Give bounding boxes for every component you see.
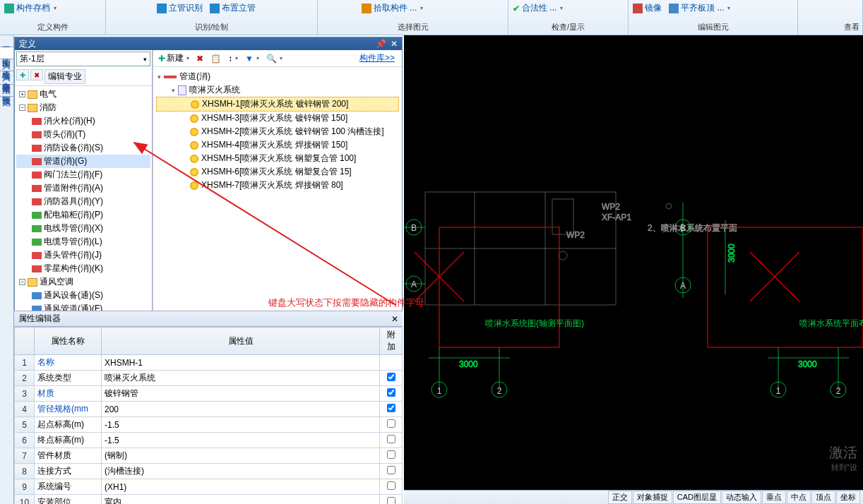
- extra-checkbox[interactable]: [387, 466, 395, 474]
- property-row[interactable]: 10安装部位室内: [15, 495, 403, 505]
- tree-item[interactable]: 配电箱柜(消)(P): [16, 208, 150, 222]
- tab-batch-method[interactable]: 集中套用做法: [0, 71, 13, 85]
- extra-checkbox[interactable]: [387, 481, 395, 490]
- tree-item[interactable]: 消火栓(消)(H): [16, 114, 150, 128]
- extra-checkbox[interactable]: [387, 450, 395, 459]
- component-tree[interactable]: ▾管道(消)▾喷淋灭火系统XHSMH-1[喷淋灭火系统 镀锌钢管 200]XHS…: [153, 67, 402, 311]
- prop-value[interactable]: -1.5: [102, 417, 380, 433]
- tree-item[interactable]: 电缆导管(消)(L): [16, 235, 150, 248]
- tree-item[interactable]: 零星构件(消)(K): [16, 262, 150, 275]
- prop-value[interactable]: 室内: [102, 495, 380, 505]
- close-icon[interactable]: ✕: [391, 39, 398, 49]
- category-tree[interactable]: +电气−消防消火栓(消)(H)喷头(消)(T)消防设备(消)(S)管道(消)(G…: [15, 86, 152, 311]
- component-item[interactable]: XHSMH-5[喷淋灭火系统 钢塑复合管 100]: [156, 152, 399, 165]
- property-row[interactable]: 7管件材质(钢制): [15, 448, 403, 464]
- component-item[interactable]: XHSMH-3[喷淋灭火系统 镀锌钢管 150]: [156, 112, 399, 125]
- extra-checkbox[interactable]: [387, 373, 395, 381]
- status-mid[interactable]: 中点: [787, 491, 811, 504]
- extra-checkbox[interactable]: [387, 404, 395, 412]
- row-number: 4: [15, 402, 35, 417]
- add-button[interactable]: ✚: [16, 69, 29, 80]
- riser-recognize-button[interactable]: 立管识别: [155, 1, 204, 15]
- prop-value[interactable]: 喷淋灭火系统: [102, 371, 380, 386]
- component-item[interactable]: XHSMH-1[喷淋灭火系统 镀锌钢管 200]: [156, 97, 399, 112]
- close-icon[interactable]: ✕: [391, 314, 398, 324]
- delete-button[interactable]: ✖: [30, 69, 43, 80]
- prop-value[interactable]: XHSMH-1: [102, 355, 380, 371]
- tab-report-preview[interactable]: 报表预览: [0, 85, 13, 97]
- validity-button[interactable]: ✔合法性 ...▾: [511, 1, 564, 15]
- status-ortho[interactable]: 正交: [608, 491, 632, 504]
- extra-checkbox[interactable]: [387, 388, 395, 397]
- property-row[interactable]: 9系统编号(XH1): [15, 479, 403, 495]
- tree-folder[interactable]: −消防: [16, 101, 150, 114]
- prop-value[interactable]: (XH1): [102, 479, 380, 495]
- tree-item[interactable]: 管道附件(消)(A): [16, 181, 150, 195]
- property-row[interactable]: 6终点标高(m)-1.5: [15, 433, 403, 448]
- expand-icon[interactable]: −: [19, 104, 25, 111]
- tab-project-settings[interactable]: 工程设置: [0, 35, 13, 47]
- place-riser-button[interactable]: 布置立管: [208, 1, 257, 15]
- property-row[interactable]: 5起点标高(m)-1.5: [15, 417, 403, 433]
- tree-folder[interactable]: +电气: [16, 88, 150, 101]
- tree-folder[interactable]: −通风空调: [16, 275, 150, 289]
- status-vertex[interactable]: 顶点: [811, 491, 835, 504]
- property-titlebar[interactable]: 属性编辑器 ✕: [14, 311, 403, 327]
- definition-titlebar[interactable]: 定义 📌 ✕: [15, 37, 402, 50]
- status-coord[interactable]: 坐标: [836, 491, 860, 504]
- tree-item[interactable]: 阀门法兰(消)(F): [16, 168, 150, 181]
- mirror-button[interactable]: 镜像: [631, 1, 663, 15]
- component-item[interactable]: ▾喷淋灭火系统: [156, 83, 399, 97]
- collapse-icon[interactable]: ▾: [172, 87, 175, 94]
- property-grid[interactable]: 属性名称 属性值 附加 1名称XHSMH-12系统类型喷淋灭火系统3材质镀锌钢管…: [14, 327, 403, 504]
- status-cadlayer[interactable]: CAD图层显: [673, 491, 721, 504]
- pin-icon[interactable]: 📌: [376, 39, 386, 49]
- component-item[interactable]: XHSMH-2[喷淋灭火系统 镀锌钢管 100 沟槽连接]: [156, 125, 399, 138]
- search-button[interactable]: 🔍▾: [264, 53, 285, 64]
- status-perp[interactable]: 垂点: [762, 491, 786, 504]
- extra-checkbox[interactable]: [387, 435, 395, 443]
- tree-item[interactable]: 电线导管(消)(X): [16, 222, 150, 235]
- prop-value[interactable]: -1.5: [102, 433, 380, 448]
- edit-profession-button[interactable]: 编辑专业: [44, 69, 85, 84]
- prop-value[interactable]: (钢制): [102, 448, 380, 464]
- status-osnap[interactable]: 对象捕捉: [633, 491, 672, 504]
- prop-value[interactable]: 镀锌钢管: [102, 386, 380, 402]
- property-row[interactable]: 2系统类型喷淋灭火系统: [15, 371, 403, 386]
- pick-component-button[interactable]: 拾取构件 ...▾: [360, 1, 424, 15]
- component-item[interactable]: XHSMH-7[喷淋灭火系统 焊接钢管 80]: [156, 179, 399, 192]
- delete-comp-button[interactable]: ✖: [194, 53, 206, 64]
- component-library-link[interactable]: 构件库>>: [359, 52, 399, 64]
- extra-checkbox[interactable]: [387, 497, 395, 504]
- component-item[interactable]: XHSMH-6[喷淋灭火系统 钢塑复合管 15]: [156, 165, 399, 179]
- component-item[interactable]: ▾管道(消): [156, 70, 399, 83]
- tree-item[interactable]: 消防设备(消)(S): [16, 141, 150, 155]
- archive-button[interactable]: 构件存档▾: [3, 1, 58, 15]
- new-button[interactable]: ✚新建▾: [156, 52, 191, 65]
- status-dyninput[interactable]: 动态输入: [722, 491, 761, 504]
- copy-button[interactable]: 📋: [208, 53, 223, 64]
- expand-icon[interactable]: −: [19, 279, 25, 285]
- sort-button[interactable]: ↕▾: [226, 53, 240, 64]
- tree-item[interactable]: 喷头(消)(T): [16, 128, 150, 141]
- property-row[interactable]: 3材质镀锌钢管: [15, 386, 403, 402]
- property-row[interactable]: 1名称XHSMH-1: [15, 355, 403, 371]
- prop-value[interactable]: 200: [102, 402, 380, 417]
- tab-draw-input[interactable]: 绘图输入: [0, 47, 13, 59]
- tab-table-input[interactable]: 表格输入: [0, 59, 13, 71]
- cad-viewport[interactable]: WP2 XF-AP1 WP2 3000 1 2 B A 喷淋水系统图(轴测平面图…: [404, 35, 863, 490]
- prop-value[interactable]: (沟槽连接): [102, 464, 380, 479]
- tree-item[interactable]: 通头管件(消)(J): [16, 248, 150, 262]
- property-row[interactable]: 4管径规格(mm200: [15, 402, 403, 417]
- tree-item[interactable]: 管道(消)(G): [16, 155, 150, 168]
- filter-button[interactable]: ▼▾: [243, 53, 261, 64]
- tree-item[interactable]: 消防器具(消)(Y): [16, 195, 150, 208]
- component-item[interactable]: XHSMH-4[喷淋灭火系统 焊接钢管 150]: [156, 138, 399, 152]
- tree-item[interactable]: 通风设备(通)(S): [16, 289, 150, 302]
- expand-icon[interactable]: +: [19, 91, 25, 97]
- collapse-icon[interactable]: ▾: [157, 73, 161, 80]
- extra-checkbox[interactable]: [387, 419, 395, 428]
- floor-selector[interactable]: 第-1层 ▾: [16, 52, 150, 66]
- property-row[interactable]: 8连接方式(沟槽连接): [15, 464, 403, 479]
- align-slab-button[interactable]: 平齐板顶 ...▾: [667, 1, 732, 15]
